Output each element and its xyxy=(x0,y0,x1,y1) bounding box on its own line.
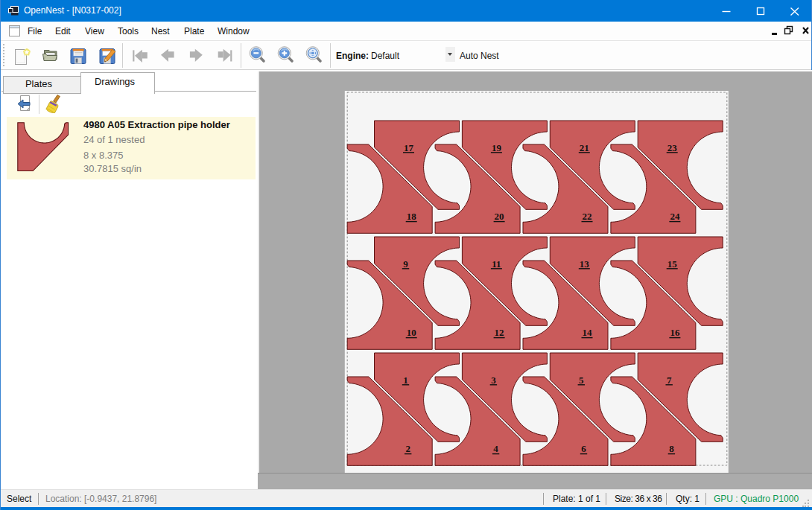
svg-text:2: 2 xyxy=(405,443,410,454)
svg-text:10: 10 xyxy=(407,327,416,338)
svg-text:18: 18 xyxy=(407,211,417,222)
svg-text:3: 3 xyxy=(491,374,496,386)
svg-text:20: 20 xyxy=(495,211,504,222)
svg-text:7: 7 xyxy=(667,374,672,386)
svg-text:8: 8 xyxy=(669,443,674,454)
svg-text:1: 1 xyxy=(403,374,408,386)
svg-text:9: 9 xyxy=(403,258,408,270)
svg-text:16: 16 xyxy=(670,327,680,338)
svg-text:21: 21 xyxy=(580,142,589,153)
svg-text:6: 6 xyxy=(581,443,586,454)
svg-text:23: 23 xyxy=(667,142,678,153)
svg-text:4: 4 xyxy=(493,443,498,454)
svg-text:13: 13 xyxy=(580,258,590,270)
svg-text:22: 22 xyxy=(583,211,592,222)
svg-text:11: 11 xyxy=(492,258,501,270)
svg-text:5: 5 xyxy=(579,374,584,386)
svg-text:15: 15 xyxy=(667,258,678,270)
svg-text:12: 12 xyxy=(495,327,504,338)
svg-text:24: 24 xyxy=(670,211,680,222)
svg-text:14: 14 xyxy=(583,327,593,338)
svg-text:19: 19 xyxy=(492,142,502,153)
svg-text:17: 17 xyxy=(404,142,414,153)
